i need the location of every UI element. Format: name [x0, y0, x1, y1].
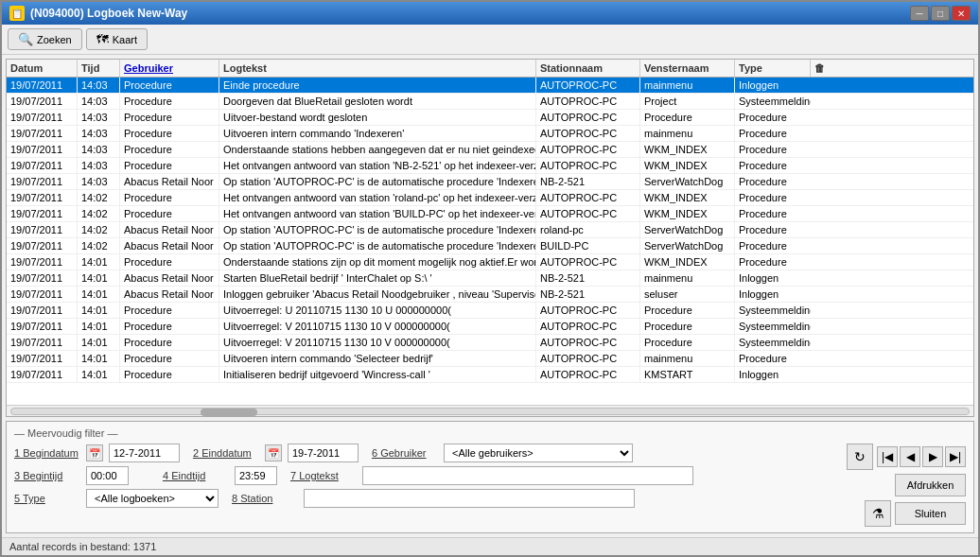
- cell-venster: ServerWatchDog: [640, 174, 735, 189]
- sluiten-button[interactable]: Sluiten: [895, 502, 966, 525]
- cell-datum: 19/07/2011: [7, 94, 78, 109]
- cell-tijd: 14:03: [78, 126, 120, 141]
- table-row[interactable]: 19/07/2011 14:02 Procedure Het ontvangen…: [7, 206, 973, 222]
- cell-gebruiker: Abacus Retail Noor: [120, 287, 219, 302]
- cell-type: Procedure: [735, 126, 811, 141]
- cell-station: roland-pc: [536, 222, 640, 237]
- nav-next-button[interactable]: ▶: [922, 446, 943, 467]
- cell-logtekst: Het ontvangen antwoord van station 'rola…: [219, 190, 536, 205]
- tab-zoeken[interactable]: 🔍 Zoeken: [8, 28, 82, 50]
- table-row[interactable]: 19/07/2011 14:03 Procedure Het ontvangen…: [7, 158, 973, 174]
- cell-datum: 19/07/2011: [7, 190, 78, 205]
- tab-kaart[interactable]: 🗺 Kaart: [86, 28, 148, 50]
- col-logtekst: Logtekst: [219, 60, 536, 77]
- begintijd-label: 3 Begintijd: [14, 470, 80, 481]
- table-row[interactable]: 19/07/2011 14:02 Procedure Het ontvangen…: [7, 190, 973, 206]
- table-row[interactable]: 19/07/2011 14:01 Procedure Uitvoeren int…: [7, 351, 973, 367]
- cell-tijd: 14:01: [78, 367, 120, 382]
- gebruiker-select[interactable]: <Alle gebruikers> Procedure Abacus Retai…: [444, 444, 633, 462]
- table-row[interactable]: 19/07/2011 14:03 Procedure Doorgeven dat…: [7, 94, 973, 110]
- table-row[interactable]: 19/07/2011 14:01 Procedure Uitvoerregel:…: [7, 303, 973, 319]
- horizontal-scrollbar[interactable]: [7, 405, 973, 416]
- cell-type: Procedure: [735, 190, 811, 205]
- minimize-button[interactable]: ─: [910, 6, 929, 21]
- table-header: Datum Tijd Gebruiker Logtekst Stationnaa…: [7, 60, 973, 78]
- cell-type: Inloggen: [735, 367, 811, 382]
- cell-tijd: 14:03: [78, 78, 120, 93]
- type-select[interactable]: <Alle logboeken> Inloggen Procedure Syst…: [86, 489, 219, 508]
- table-row[interactable]: 19/07/2011 14:03 Procedure Onderstaande …: [7, 142, 973, 158]
- logtekst-input[interactable]: [362, 466, 693, 485]
- table-row[interactable]: 19/07/2011 14:03 Abacus Retail Noor Op s…: [7, 174, 973, 190]
- filter-title: — Meervoudig filter —: [14, 427, 966, 439]
- filter-bottom-row: 1 Begindatum 📅 2 Einddatum 📅 6 Gebruiker: [14, 444, 966, 527]
- filter-icon-button[interactable]: ⚗: [865, 500, 891, 527]
- afdrukken-button[interactable]: Afdrukken: [895, 474, 966, 496]
- col-action: 🗑: [811, 60, 830, 77]
- maximize-button[interactable]: □: [931, 6, 950, 21]
- cell-tijd: 14:02: [78, 190, 120, 205]
- cell-gebruiker: Procedure: [120, 94, 219, 109]
- cell-type: Procedure: [735, 222, 811, 237]
- table-row[interactable]: 19/07/2011 14:01 Procedure Uitvoerregel:…: [7, 319, 973, 335]
- cell-logtekst: Op station 'AUTOPROC-PC' is de automatis…: [219, 222, 536, 237]
- nav-prev-button[interactable]: ◀: [900, 446, 920, 467]
- scrollbar-thumb[interactable]: [201, 409, 257, 416]
- nav-first-button[interactable]: |◀: [877, 446, 898, 467]
- cell-station: NB-2-521: [536, 174, 640, 189]
- col-gebruiker[interactable]: Gebruiker: [120, 60, 219, 77]
- cell-datum: 19/07/2011: [7, 367, 78, 382]
- einddatum-calendar-btn[interactable]: 📅: [265, 444, 282, 461]
- table-row[interactable]: 19/07/2011 14:01 Procedure Onderstaande …: [7, 254, 973, 270]
- table-row[interactable]: 19/07/2011 14:03 Procedure Uitvoer-besta…: [7, 110, 973, 126]
- window-title: (N094000) Logboek New-Way: [30, 7, 187, 20]
- cell-logtekst: Het ontvangen antwoord van station 'NB-2…: [219, 158, 536, 173]
- cell-station: AUTOPROC-PC: [536, 206, 640, 221]
- nav-last-button[interactable]: ▶|: [945, 446, 966, 467]
- cell-venster: WKM_INDEX: [640, 158, 735, 173]
- cell-datum: 19/07/2011: [7, 78, 78, 93]
- eindtijd-label: 4 Eindtijd: [163, 470, 229, 481]
- table-row[interactable]: 19/07/2011 14:01 Abacus Retail Noor Inlo…: [7, 287, 973, 303]
- cell-type: Inloggen: [735, 270, 811, 286]
- tab-kaart-label: Kaart: [113, 34, 137, 45]
- scrollbar-track[interactable]: [10, 408, 970, 415]
- table-row[interactable]: 19/07/2011 14:03 Procedure Uitvoeren int…: [7, 126, 973, 142]
- cell-type: Systeemmelding: [735, 335, 811, 350]
- cell-datum: 19/07/2011: [7, 110, 78, 125]
- cell-station: AUTOPROC-PC: [536, 126, 640, 141]
- cell-gebruiker: Procedure: [120, 142, 219, 157]
- table-row[interactable]: 19/07/2011 14:01 Procedure Initialiseren…: [7, 367, 973, 383]
- cell-type: Systeemmelding: [735, 319, 811, 334]
- cell-type: Procedure: [735, 206, 811, 221]
- table-row[interactable]: 19/07/2011 14:01 Abacus Retail Noor Star…: [7, 270, 973, 287]
- cell-logtekst: Doorgeven dat BlueRetail gesloten wordt: [219, 94, 536, 109]
- refresh-button[interactable]: ↻: [847, 444, 873, 470]
- close-button[interactable]: ✕: [952, 6, 971, 21]
- einddatum-label: 2 Einddatum: [193, 447, 259, 459]
- filter-row-3: 5 Type <Alle logboeken> Inloggen Procedu…: [14, 489, 843, 508]
- station-input[interactable]: [304, 489, 635, 508]
- cell-gebruiker: Procedure: [120, 78, 219, 93]
- cell-venster: WKM_INDEX: [640, 190, 735, 205]
- cell-venster: WKM_INDEX: [640, 206, 735, 221]
- cell-gebruiker: Abacus Retail Noor: [120, 174, 219, 189]
- filter-row-1: 1 Begindatum 📅 2 Einddatum 📅 6 Gebruiker: [14, 444, 843, 462]
- cell-tijd: 14:01: [78, 270, 120, 286]
- cell-venster: mainmenu: [640, 126, 735, 141]
- cell-gebruiker: Procedure: [120, 319, 219, 334]
- filter-side: ↻ |◀ ◀ ▶ ▶| Afdrukken ⚗ Sluiten: [847, 444, 966, 527]
- cell-station: BUILD-PC: [536, 238, 640, 253]
- table-row[interactable]: 19/07/2011 14:01 Procedure Uitvoerregel:…: [7, 335, 973, 351]
- cell-gebruiker: Procedure: [120, 335, 219, 350]
- begintijd-input[interactable]: [86, 466, 129, 485]
- cell-gebruiker: Procedure: [120, 303, 219, 318]
- table-row[interactable]: 19/07/2011 14:02 Abacus Retail Noor Op s…: [7, 238, 973, 254]
- table-row[interactable]: 19/07/2011 14:03 Procedure Einde procedu…: [7, 78, 973, 94]
- begindatum-input[interactable]: [109, 444, 180, 462]
- cell-type: Procedure: [735, 238, 811, 253]
- table-row[interactable]: 19/07/2011 14:02 Abacus Retail Noor Op s…: [7, 222, 973, 238]
- einddatum-input[interactable]: [288, 444, 359, 462]
- begindatum-calendar-btn[interactable]: 📅: [86, 444, 103, 461]
- eindtijd-input[interactable]: [235, 466, 277, 485]
